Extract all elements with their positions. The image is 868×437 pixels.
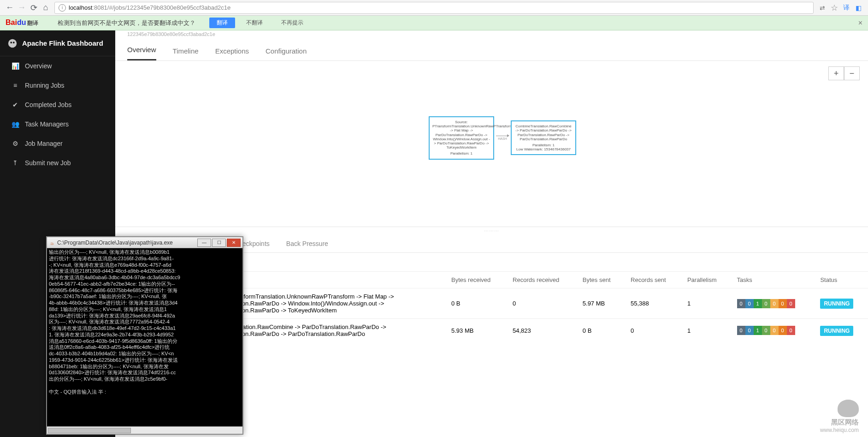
- cell-bytes-received: 5.93 MB: [445, 319, 506, 342]
- col-parallelism: Parallelism: [681, 272, 731, 288]
- watermark-text-2: www.heiqu.com: [820, 427, 859, 433]
- sn-icon: ⤒: [11, 159, 19, 167]
- dag-graph: Source: PTransformTranslation.UnknownRaw…: [429, 116, 576, 160]
- cell-tasks: 0010000: [731, 288, 814, 319]
- sidebar-item-overview[interactable]: 📊Overview: [0, 56, 115, 76]
- translate-ext-icon[interactable]: ⇄: [816, 2, 828, 14]
- translate-message: 检测到当前网页不是中文网页，是否要翻译成中文？: [58, 19, 195, 27]
- sidebar-item-task-managers[interactable]: 👥Task Managers: [0, 114, 115, 134]
- dag-edge: HASH: [496, 136, 509, 140]
- watermark-icon: [838, 400, 859, 417]
- jm-icon: ⚙: [11, 140, 19, 147]
- flink-logo-icon: [7, 38, 18, 48]
- svg-point-1: [10, 42, 12, 43]
- baidu-logo: Baidu翻译: [6, 18, 38, 27]
- reload-button[interactable]: ⟳: [28, 2, 40, 14]
- sidebar-item-label: Overview: [25, 62, 52, 70]
- zoom-out-button[interactable]: −: [844, 66, 860, 80]
- back-button[interactable]: ←: [4, 2, 16, 14]
- job-tab-overview[interactable]: Overview: [127, 40, 156, 60]
- sidebar-item-label: Completed Jobs: [25, 101, 71, 108]
- dag-node-watermark: Low Watermark: 1534678436037: [514, 147, 573, 151]
- tm-icon: 👥: [11, 120, 19, 128]
- favorite-icon[interactable]: ☆: [828, 2, 840, 14]
- scrollbar-thumb[interactable]: [48, 428, 131, 433]
- cell-bytes-sent: 5.97 MB: [576, 288, 624, 319]
- watermark: 黑区网络 www.heiqu.com: [820, 400, 859, 433]
- window-buttons: — ☐ ✕: [196, 239, 241, 247]
- console-h-scrollbar[interactable]: [47, 426, 242, 434]
- translate-button[interactable]: 翻译: [209, 18, 235, 28]
- site-info-icon[interactable]: i: [59, 4, 66, 12]
- dag-node-source[interactable]: Source: PTransformTranslation.UnknownRaw…: [429, 116, 494, 160]
- dag-node-parallelism: Parallelism: 1: [514, 143, 573, 147]
- maximize-button[interactable]: ☐: [212, 239, 226, 247]
- url-input[interactable]: i localhost :8081/#/jobs/122345e79b8300e…: [54, 2, 814, 14]
- console-titlebar[interactable]: C:\ProgramData\Oracle\Java\javapath\java…: [47, 237, 242, 248]
- sidebar-item-submit-new-job[interactable]: ⤒Submit new Job: [0, 153, 115, 173]
- status-badge: RUNNING: [820, 299, 853, 309]
- job-id-bar: 122345e79b8300e80e95ccf3abad2c1e: [115, 30, 868, 41]
- cell-status: RUNNING: [814, 319, 868, 342]
- dag-node-text: Source: PTransformTranslation.UnknownRaw…: [432, 120, 490, 150]
- cell-parallelism: 1: [681, 288, 731, 319]
- url-path: :8081/#/jobs/122345e79b8300e80e95ccf3aba…: [92, 4, 230, 11]
- sidebar-item-label: Task Managers: [25, 120, 69, 128]
- col-tasks: Tasks: [731, 272, 814, 288]
- cell-bytes-sent: 0 B: [576, 319, 624, 342]
- col-records-sent: Records sent: [624, 272, 681, 288]
- dag-edge-label: HASH: [498, 137, 507, 140]
- cj-icon: ✔: [11, 101, 19, 108]
- browser-toolbar: ← → ⟳ ⌂ i localhost :8081/#/jobs/122345e…: [0, 0, 868, 16]
- google-translate-icon[interactable]: 译: [840, 2, 852, 14]
- extension-icon[interactable]: ◧: [852, 2, 864, 14]
- minimize-button[interactable]: —: [197, 239, 211, 247]
- detail-tab-back-pressure[interactable]: Back Pressure: [286, 240, 328, 247]
- sidebar-header: Apache Flink Dashboard: [0, 30, 115, 56]
- cell-status: RUNNING: [814, 288, 868, 319]
- sidebar-item-completed-jobs[interactable]: ✔Completed Jobs: [0, 95, 115, 114]
- job-tab-configuration[interactable]: Configuration: [266, 42, 307, 60]
- sidebar-title: Apache Flink Dashboard: [22, 39, 103, 47]
- sidebar-item-running-jobs[interactable]: ≡Running Jobs: [0, 76, 115, 95]
- cell-records-sent: 55,388: [624, 288, 681, 319]
- console-output[interactable]: 输出的分区为----; KV<null, 张海涛在发送消息b0089b1 进行统…: [47, 248, 242, 426]
- cell-tasks: 0010000: [731, 319, 814, 342]
- splitter-handle[interactable]: ⋯⋯⋯: [115, 227, 868, 234]
- task-badges: 0010000: [737, 299, 795, 308]
- cell-records-received: 0: [506, 288, 576, 319]
- forward-button[interactable]: →: [16, 2, 28, 14]
- console-window[interactable]: C:\ProgramData\Oracle\Java\javapath\java…: [46, 236, 243, 435]
- svg-point-0: [8, 39, 17, 47]
- col-records-received: Records received: [506, 272, 576, 288]
- ov-icon: 📊: [11, 62, 19, 70]
- dag-node-combine[interactable]: CombineTranslation.RawCombine -> ParDoTr…: [511, 120, 576, 155]
- job-tab-exceptions[interactable]: Exceptions: [215, 42, 249, 60]
- java-icon: [49, 239, 55, 246]
- col-status: Status: [814, 272, 868, 288]
- close-button[interactable]: ✕: [227, 239, 241, 247]
- console-title-text: C:\ProgramData\Oracle\Java\javapath\java…: [57, 239, 173, 246]
- dag-panel[interactable]: + − Source: PTransformTranslation.Unknow…: [115, 61, 868, 227]
- svg-point-2: [13, 42, 15, 43]
- cell-records-sent: 0: [624, 319, 681, 342]
- cell-bytes-received: 0 B: [445, 288, 506, 319]
- job-tabs: OverviewTimelineExceptionsConfiguration: [115, 41, 868, 61]
- task-badges: 0010000: [737, 326, 795, 335]
- watermark-text-1: 黑区网络: [820, 418, 859, 427]
- home-button[interactable]: ⌂: [40, 2, 52, 14]
- sidebar-item-job-manager[interactable]: ⚙Job Manager: [0, 134, 115, 153]
- sidebar-item-label: Running Jobs: [25, 82, 65, 89]
- cell-records-received: 54,823: [506, 319, 576, 342]
- zoom-in-button[interactable]: +: [828, 66, 844, 80]
- dag-node-parallelism: Parallelism: 1: [432, 151, 490, 156]
- col-bytes-sent: Bytes sent: [576, 272, 624, 288]
- dag-node-text: CombineTranslation.RawCombine -> ParDoTr…: [514, 124, 573, 141]
- job-tab-timeline[interactable]: Timeline: [173, 42, 199, 60]
- sidebar-item-label: Submit new Job: [25, 159, 71, 167]
- close-banner-icon[interactable]: ×: [858, 19, 862, 27]
- url-host: localhost: [69, 4, 92, 11]
- never-prompt-button[interactable]: 不再提示: [274, 18, 311, 28]
- no-translate-button[interactable]: 不翻译: [239, 18, 270, 28]
- cell-parallelism: 1: [681, 319, 731, 342]
